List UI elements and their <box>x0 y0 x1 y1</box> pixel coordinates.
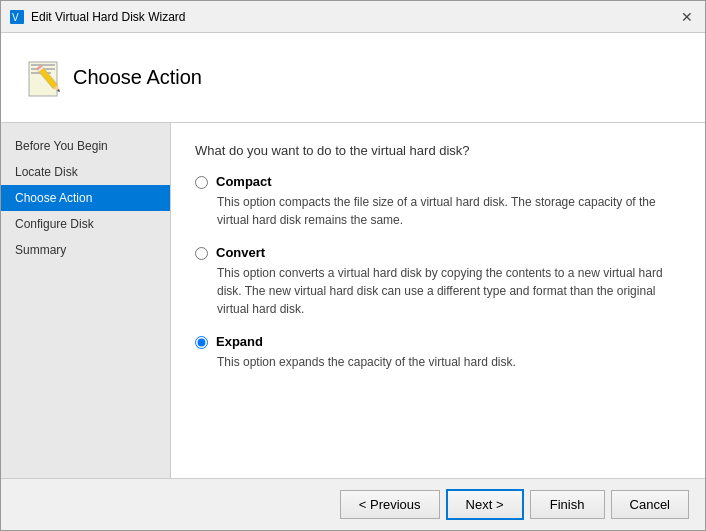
window-title: Edit Virtual Hard Disk Wizard <box>31 10 677 24</box>
header-icon <box>21 52 73 104</box>
option-convert-group: Convert This option converts a virtual h… <box>195 245 681 318</box>
sidebar-item-summary[interactable]: Summary <box>1 237 170 263</box>
sidebar-item-before-you-begin[interactable]: Before You Begin <box>1 133 170 159</box>
svg-rect-3 <box>31 64 55 66</box>
option-expand-desc: This option expands the capacity of the … <box>217 353 681 371</box>
wizard-window: V Edit Virtual Hard Disk Wizard ✕ Choose… <box>0 0 706 531</box>
previous-button[interactable]: < Previous <box>340 490 440 519</box>
option-convert-desc: This option converts a virtual hard disk… <box>217 264 681 318</box>
main-content: Before You Begin Locate Disk Choose Acti… <box>1 123 705 478</box>
header: Choose Action <box>1 33 705 123</box>
sidebar: Before You Begin Locate Disk Choose Acti… <box>1 123 171 478</box>
sidebar-item-configure-disk[interactable]: Configure Disk <box>1 211 170 237</box>
next-button[interactable]: Next > <box>446 489 524 520</box>
sidebar-item-locate-disk[interactable]: Locate Disk <box>1 159 170 185</box>
app-icon: V <box>9 9 25 25</box>
option-compact-desc: This option compacts the file size of a … <box>217 193 681 229</box>
option-convert-row: Convert <box>195 245 681 260</box>
content-area: What do you want to do to the virtual ha… <box>171 123 705 478</box>
option-expand-label[interactable]: Expand <box>216 334 263 349</box>
option-expand-row: Expand <box>195 334 681 349</box>
cancel-button[interactable]: Cancel <box>611 490 689 519</box>
titlebar: V Edit Virtual Hard Disk Wizard ✕ <box>1 1 705 33</box>
finish-button[interactable]: Finish <box>530 490 605 519</box>
option-compact-row: Compact <box>195 174 681 189</box>
radio-convert[interactable] <box>195 247 208 260</box>
sidebar-item-choose-action[interactable]: Choose Action <box>1 185 170 211</box>
option-compact-group: Compact This option compacts the file si… <box>195 174 681 229</box>
close-button[interactable]: ✕ <box>677 7 697 27</box>
option-compact-label[interactable]: Compact <box>216 174 272 189</box>
radio-compact[interactable] <box>195 176 208 189</box>
option-expand-group: Expand This option expands the capacity … <box>195 334 681 371</box>
option-convert-label[interactable]: Convert <box>216 245 265 260</box>
content-question: What do you want to do to the virtual ha… <box>195 143 681 158</box>
page-title: Choose Action <box>73 66 202 89</box>
footer: < Previous Next > Finish Cancel <box>1 478 705 530</box>
svg-text:V: V <box>12 12 19 23</box>
radio-expand[interactable] <box>195 336 208 349</box>
